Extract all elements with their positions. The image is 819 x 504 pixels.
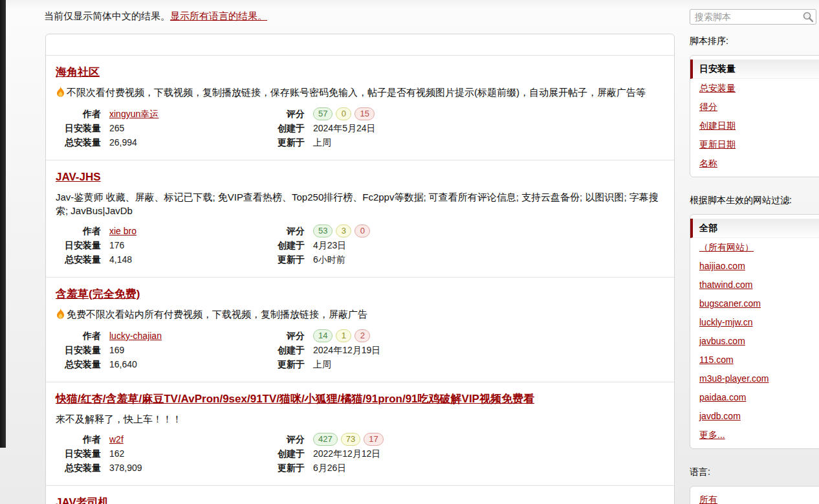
sort-option-link[interactable]: 更新日期 [699, 139, 736, 149]
bad-rating-badge: 15 [355, 107, 374, 120]
good-rating-badge: 57 [313, 107, 333, 120]
site-filter-option-link[interactable]: haijiao.com [699, 261, 745, 271]
daily-installs-value: 169 [109, 344, 266, 356]
site-filter-option-link[interactable]: thatwind.com [699, 279, 752, 290]
site-filter-option[interactable]: luckly-mjw.cn [690, 313, 819, 332]
show-all-languages-link[interactable]: 显示所有语言的结果。 [170, 10, 267, 21]
site-filter-option-link[interactable]: 更多... [699, 430, 725, 440]
updated-label: 更新于 [266, 461, 305, 474]
site-filter-option-link[interactable]: javbus.com [699, 336, 745, 346]
author-label: 作者 [56, 107, 101, 120]
language-options: 所有JavaScript [690, 486, 819, 504]
locale-notice-text: 当前仅显示简体中文的结果。 [44, 10, 170, 21]
site-filter-option[interactable]: paidaa.com [690, 388, 819, 407]
sort-option[interactable]: 日安装量 [690, 60, 819, 79]
script-stats: 作者xie bro日安装量176总安装量4,148评分5330创建于4月23日更… [56, 225, 664, 266]
sort-option[interactable]: 创建日期 [690, 116, 819, 135]
sidebar: 脚本排序: 日安装量总安装量得分创建日期更新日期名称 根据脚本生效的网站过滤: … [690, 9, 819, 504]
script-title-link[interactable]: 海角社区 [56, 66, 100, 78]
script-list: 海角社区不限次看付费视频，下载视频，复制播放链接，保存账号密码免输入，帖子是否有… [46, 56, 674, 504]
author-link[interactable]: xingyun幸运 [109, 109, 158, 119]
daily-installs-label: 日安装量 [56, 447, 101, 460]
script-title-link[interactable]: 含羞草(完全免费) [56, 288, 140, 300]
site-filter-option[interactable]: 115.com [690, 351, 819, 369]
author-link[interactable]: lucky-chajian [109, 331, 162, 341]
rating-badges: 57015 [313, 107, 664, 120]
script-list-header [46, 34, 674, 56]
updated-value: 上周 [313, 358, 664, 371]
created-value: 4月23日 [313, 239, 664, 252]
site-filter-option-link[interactable]: javdb.com [699, 411, 741, 421]
updated-value: 6月26日 [313, 461, 664, 474]
daily-installs-label: 日安装量 [56, 122, 101, 135]
daily-installs-label: 日安装量 [56, 344, 101, 356]
search-input[interactable] [690, 9, 816, 25]
total-installs-label: 总安装量 [56, 136, 101, 149]
bad-rating-badge: 2 [355, 329, 370, 342]
author-link[interactable]: xie bro [109, 226, 136, 236]
magnifier-icon [802, 15, 814, 25]
sort-option-link[interactable]: 名称 [699, 158, 717, 168]
script-title-link[interactable]: JAV-JHS [56, 171, 101, 183]
site-filter-option[interactable]: bugscaner.com [690, 294, 819, 313]
rating-badges: 5330 [313, 225, 664, 237]
site-filter-option-link[interactable]: 115.com [699, 355, 734, 365]
script-stats-right: 评分1412创建于2024年12月19日更新于上周 [266, 329, 664, 371]
language-option-link[interactable]: 所有 [699, 494, 717, 504]
sort-option-link[interactable]: 总安装量 [699, 83, 736, 93]
script-entry: 含羞草(完全免费)免费不限次看站内所有付费视频，下载视频，复制播放链接，屏蔽广告… [46, 277, 674, 382]
sort-option[interactable]: 更新日期 [690, 135, 819, 154]
author-label: 作者 [56, 329, 101, 342]
ratings-label: 评分 [266, 225, 305, 237]
language-label: 语言: [690, 466, 819, 478]
script-title: 含羞草(完全免费) [56, 287, 664, 301]
script-entry: 海角社区不限次看付费视频，下载视频，复制播放链接，保存账号密码免输入，帖子是否有… [46, 56, 674, 160]
site-filter-option[interactable]: （所有网站） [690, 238, 819, 257]
fire-icon [56, 86, 65, 100]
sort-option-link[interactable]: 得分 [699, 102, 717, 112]
good-rating-badge: 53 [313, 225, 333, 237]
updated-label: 更新于 [266, 253, 305, 266]
author-link[interactable]: w2f [109, 434, 124, 444]
script-title: 海角社区 [56, 65, 664, 80]
script-entry: 快猫/红杏/含羞草/麻豆TV/AvPron/9sex/91TV/猫咪/小狐狸/橘… [46, 382, 674, 485]
rating-badges: 4277317 [313, 433, 664, 446]
site-filter-option[interactable]: m3u8-player.com [690, 369, 819, 388]
ok-rating-badge: 0 [336, 107, 351, 120]
ok-rating-badge: 3 [336, 225, 351, 237]
script-description: 来不及解释了，快上车！！！ [56, 412, 664, 426]
sort-option-link[interactable]: 创建日期 [699, 120, 736, 131]
author-value: lucky-chajian [109, 329, 266, 342]
total-installs-label: 总安装量 [56, 253, 101, 266]
site-filter-option[interactable]: 全部 [690, 219, 819, 238]
site-filter-option[interactable]: haijiao.com [690, 257, 819, 276]
site-filter-option[interactable]: javbus.com [690, 332, 819, 351]
script-stats-left: 作者xingyun幸运日安装量265总安装量26,994 [56, 107, 266, 149]
site-filter-option-link[interactable]: m3u8-player.com [699, 373, 769, 384]
script-stats-right: 评分4277317创建于2022年12月12日更新于6月26日 [266, 433, 664, 474]
script-title-link[interactable]: JAV老司机 [56, 496, 109, 504]
site-filter-option[interactable]: 更多... [690, 426, 819, 444]
site-filter-label: 根据脚本生效的网站过滤: [690, 195, 819, 206]
sort-option[interactable]: 得分 [690, 98, 819, 116]
search-button[interactable] [802, 11, 814, 23]
sort-option[interactable]: 总安装量 [690, 79, 819, 98]
site-filter-option[interactable]: thatwind.com [690, 276, 819, 294]
language-option[interactable]: 所有 [690, 490, 819, 504]
site-filter-option-link[interactable]: bugscaner.com [699, 298, 761, 309]
updated-value: 上周 [313, 136, 664, 149]
daily-installs-label: 日安装量 [56, 239, 101, 252]
script-stats-left: 作者xie bro日安装量176总安装量4,148 [56, 225, 266, 266]
script-title-link[interactable]: 快猫/红杏/含羞草/麻豆TV/AvPron/9sex/91TV/猫咪/小狐狸/橘… [56, 393, 534, 405]
sort-option[interactable]: 名称 [690, 154, 819, 173]
total-installs-label: 总安装量 [56, 358, 101, 371]
updated-value: 6小时前 [313, 253, 664, 266]
site-filter-option-link[interactable]: paidaa.com [699, 392, 746, 402]
created-label: 创建于 [266, 239, 305, 252]
sort-option-label: 日安装量 [699, 63, 736, 74]
site-filter-option-link[interactable]: （所有网站） [699, 242, 754, 252]
site-filter-option-link[interactable]: luckly-mjw.cn [699, 317, 752, 327]
updated-label: 更新于 [266, 358, 305, 371]
created-value: 2022年12月12日 [313, 447, 664, 460]
site-filter-option[interactable]: javdb.com [690, 407, 819, 426]
